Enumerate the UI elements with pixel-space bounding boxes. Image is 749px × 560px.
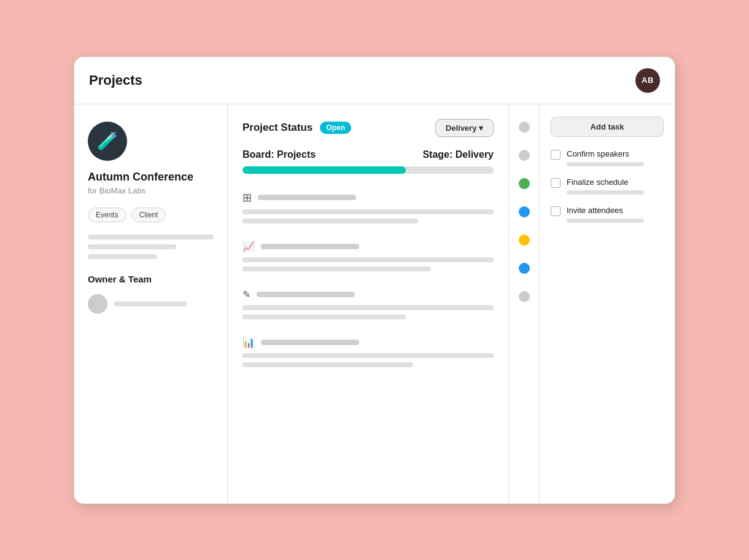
project-client: for BioMax Labs [88, 186, 214, 195]
linechart-icon: 📈 [243, 241, 255, 252]
avatar[interactable]: AB [635, 68, 660, 93]
board-label: Board: Projects [243, 149, 316, 160]
section-title-skeleton [258, 195, 356, 200]
section-icon-row: ⊞ [243, 191, 494, 204]
delivery-button[interactable]: Delivery ▾ [435, 119, 494, 137]
table-icon: ⊞ [243, 191, 252, 204]
task-content-2: Finalize schedule [567, 177, 664, 195]
main-content: 🧪 Autumn Conference for BioMax Labs Even… [74, 104, 675, 504]
team-name-skeleton [114, 301, 187, 306]
task-name-3: Invite attendees [567, 206, 664, 215]
section-barchart: 📊 [243, 336, 494, 367]
page-title: Projects [89, 72, 142, 88]
sidebar: 🧪 Autumn Conference for BioMax Labs Even… [74, 104, 228, 504]
center-panel: Project Status Open Delivery ▾ Board: Pr… [228, 104, 509, 504]
project-icon: 🧪 [88, 122, 127, 161]
progress-bar-container [243, 166, 494, 174]
tag-events[interactable]: Events [88, 208, 126, 222]
dot-6 [519, 263, 530, 274]
task-skeleton-1 [567, 162, 644, 166]
skeleton [243, 362, 413, 367]
section-icon-row: 📈 [243, 241, 494, 252]
section-title-skeleton [257, 292, 355, 297]
board-header: Board: Projects Stage: Delivery [243, 149, 494, 160]
status-label: Project Status [243, 122, 312, 134]
task-checkbox-2[interactable] [551, 178, 561, 188]
task-checkbox-3[interactable] [551, 206, 561, 216]
tags-container: Events Client [88, 208, 214, 222]
task-name-1: Confirm speakers [567, 149, 664, 158]
dot-7 [519, 291, 530, 302]
tag-client[interactable]: Client [131, 208, 166, 222]
task-name-2: Finalize schedule [567, 177, 664, 187]
task-skeleton-3 [567, 219, 644, 223]
project-name: Autumn Conference [88, 171, 214, 184]
skeleton-line [88, 244, 176, 249]
edit-icon: ✎ [243, 289, 250, 300]
skeleton [243, 305, 494, 310]
task-item-3: Invite attendees [551, 206, 664, 223]
skeleton [243, 219, 418, 224]
task-skeleton-2 [567, 190, 644, 195]
skeleton [243, 266, 431, 271]
dot-3 [519, 178, 530, 189]
skeleton [243, 257, 494, 262]
owner-team-title: Owner & Team [88, 274, 214, 284]
status-left: Project Status Open [243, 122, 351, 134]
status-bar: Project Status Open Delivery ▾ [243, 119, 494, 137]
dots-column [509, 104, 540, 504]
section-title-skeleton [261, 340, 359, 345]
team-avatar [88, 294, 107, 314]
dot-5 [519, 235, 530, 246]
dot-2 [519, 150, 530, 161]
dot-4 [519, 206, 530, 217]
task-checkbox-1[interactable] [551, 150, 561, 160]
skeleton [243, 209, 494, 214]
status-badge: Open [320, 122, 351, 134]
barchart-icon: 📊 [243, 336, 255, 348]
section-title-skeleton [261, 244, 359, 249]
task-item-2: Finalize schedule [551, 177, 664, 195]
progress-bar-fill [243, 166, 406, 174]
task-content-3: Invite attendees [567, 206, 664, 223]
tasks-panel: Add task Confirm speakers Finalize sched… [540, 104, 675, 504]
app-window: Projects AB 🧪 Autumn Conference for BioM… [74, 56, 675, 504]
section-icon-row: 📊 [243, 336, 494, 348]
skeleton-line [88, 235, 214, 239]
task-content-1: Confirm speakers [567, 149, 664, 166]
section-edit: ✎ [243, 289, 494, 319]
task-item-1: Confirm speakers [551, 149, 664, 166]
team-row [88, 294, 214, 314]
skeleton-line [88, 254, 157, 259]
section-linechart: 📈 [243, 241, 494, 271]
section-icon-row: ✎ [243, 289, 494, 300]
stage-label: Stage: Delivery [422, 149, 494, 160]
flask-icon: 🧪 [97, 131, 118, 151]
header: Projects AB [74, 57, 675, 104]
skeleton [243, 314, 406, 319]
skeleton [243, 353, 494, 358]
add-task-button[interactable]: Add task [551, 117, 664, 137]
dot-1 [519, 122, 530, 133]
section-table: ⊞ [243, 191, 494, 224]
